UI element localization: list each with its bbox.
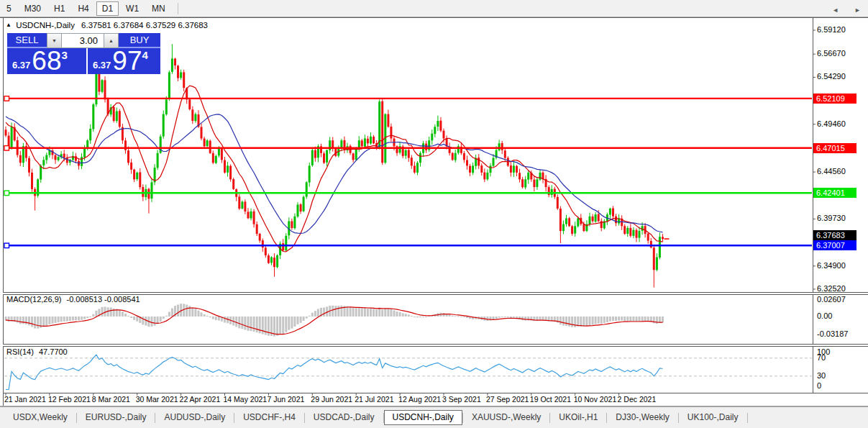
price-axis-label: 6.56670 — [817, 49, 846, 58]
chart-tab-ukoil-h1[interactable]: UKOil-,H1 — [550, 410, 606, 425]
level-line-handle-2[interactable] — [4, 191, 9, 196]
date-axis-label: 30 Mar 2021 — [136, 395, 178, 404]
rsi-label: RSI(14) 47.7700 — [6, 347, 68, 356]
date-axis-label: 12 Aug 2021 — [398, 395, 441, 404]
chart-title-ohlc: 6.37581 6.37684 6.37529 6.37683 — [81, 21, 208, 29]
candles[interactable] — [5, 44, 664, 287]
level-line-handle-3[interactable] — [4, 243, 9, 248]
chevron-up-icon: ▲ — [109, 38, 114, 43]
bid-price-big: 68 — [32, 48, 61, 74]
one-click-trade-panel: SELL ▼ ▲ BUY 6.37 68 3 6.37 97 4 — [7, 33, 160, 74]
price-axis-label: 6.39730 — [817, 214, 846, 222]
chart-tab-uk100-daily[interactable]: UK100-,Daily — [679, 410, 747, 425]
time-axis-line — [3, 393, 868, 393]
timeframe-button-d1[interactable]: D1 — [96, 1, 119, 16]
chart-tab-usdx-weekly[interactable]: USDX,Weekly — [4, 410, 76, 425]
price-axis-label: 6.34900 — [817, 261, 846, 270]
date-axis-label: 22 Apr 2021 — [180, 395, 221, 404]
timeframe-button-w1[interactable]: W1 — [120, 1, 145, 16]
level-price-tag-6.52109: 6.52109 — [813, 94, 856, 104]
macd-values: -0.008513 -0.008541 — [66, 295, 140, 304]
price-axis-label: 6.49460 — [817, 119, 846, 128]
bid-price-box[interactable]: 6.37 68 3 — [7, 48, 86, 74]
scroll-left-icon[interactable]: ◄ — [832, 6, 839, 14]
date-axis-label: 8 Mar 2021 — [92, 395, 130, 404]
timeframe-toolbar: 5M30H1H4D1W1MN — [0, 0, 868, 17]
current-price-tag: 6.37683 — [813, 230, 856, 240]
macd-name: MACD(12,26,9) — [6, 295, 61, 304]
timeframe-button-h1[interactable]: H1 — [48, 1, 70, 16]
level-line-handle-0[interactable] — [4, 96, 9, 101]
date-axis-label: 7 Jun 2021 — [267, 395, 304, 404]
tab-separator — [747, 413, 748, 423]
ma-slow-line — [6, 114, 663, 233]
symbol-marker-icon: ▲ — [6, 22, 12, 28]
chart-tab-usdchf-h4[interactable]: USDCHF-,H4 — [234, 410, 304, 425]
date-axis-label: 14 May 2021 — [224, 395, 268, 404]
lot-size-input[interactable] — [62, 33, 104, 48]
date-axis-label: 29 Jun 2021 — [311, 395, 352, 404]
tab-scroll-controls: ◄ ► — [832, 6, 861, 14]
rsi-line — [6, 355, 663, 389]
terminal-window: 5M30H1H4D1W1MN ▲ USDCNH-,Daily 6.37581 6… — [0, 0, 868, 428]
date-axis-label: 12 Feb 2021 — [48, 395, 91, 404]
price-axis-line — [813, 18, 813, 393]
rsi-axis-label: 70 — [817, 353, 826, 362]
scroll-right-icon[interactable]: ► — [854, 6, 861, 14]
level-price-tag-6.37007: 6.37007 — [813, 240, 856, 250]
chevron-down-icon: ▼ — [52, 38, 57, 43]
chart-border-top — [0, 17, 868, 18]
chart-tab-xauusd-weekly[interactable]: XAUUSD-,Weekly — [463, 410, 549, 425]
date-axis-label: 2 Dec 2021 — [618, 395, 657, 404]
date-axis-label: 21 Jul 2021 — [355, 395, 393, 404]
chart-title-symbol: USDCNH-,Daily — [16, 21, 75, 29]
date-axis-label: 21 Jan 2021 — [4, 395, 46, 404]
ask-price-box[interactable]: 6.37 97 4 — [88, 48, 160, 74]
level-price-tag-6.47015: 6.47015 — [813, 143, 856, 153]
chart-tab-audusd-daily[interactable]: AUDUSD-,Daily — [155, 410, 234, 425]
timeframe-button-h4[interactable]: H4 — [72, 1, 94, 16]
chart-border-left — [3, 17, 4, 406]
price-axis-label: 6.59120 — [817, 25, 846, 34]
macd-histogram — [5, 304, 664, 337]
price-axis-label: 6.44560 — [817, 167, 846, 176]
chart-title: ▲ USDCNH-,Daily 6.37581 6.37684 6.37529 … — [6, 21, 208, 29]
price-axis-label: 6.32520 — [817, 284, 846, 293]
chart-tab-eurusd-daily[interactable]: EURUSD-,Daily — [77, 410, 155, 425]
chart-tab-usdcnh-daily[interactable]: USDCNH-,Daily — [384, 410, 462, 425]
macd-label: MACD(12,26,9) -0.008513 -0.008541 — [6, 295, 140, 304]
timeframe-button-m30[interactable]: M30 — [19, 1, 47, 16]
bid-price-pip: 3 — [61, 49, 67, 61]
timeframe-button-mn[interactable]: MN — [146, 1, 171, 16]
ask-price-prefix: 6.37 — [93, 60, 111, 70]
macd-axis-label: 0.00 — [817, 311, 832, 320]
rsi-name: RSI(14) — [6, 347, 34, 356]
rsi-panel-splitter[interactable] — [3, 344, 868, 347]
macd-axis-label: -0.03187 — [817, 329, 848, 338]
date-axis-label: 10 Nov 2021 — [574, 395, 617, 404]
rsi-value: 47.7700 — [39, 347, 68, 356]
ask-price-pip: 4 — [142, 49, 147, 61]
level-price-tag-6.42401: 6.42401 — [813, 188, 856, 198]
timeframe-button-5[interactable]: 5 — [1, 1, 17, 16]
macd-axis-label: 0.02607 — [817, 295, 846, 304]
rsi-axis-label: 30 — [817, 371, 826, 380]
rsi-axis-label: 0 — [817, 381, 821, 390]
date-axis-label: 19 Oct 2021 — [530, 395, 571, 404]
date-axis-label: 27 Sep 2021 — [486, 395, 529, 404]
price-axis-label: 6.54290 — [817, 72, 846, 81]
ask-price-big: 97 — [112, 48, 142, 74]
bid-price-prefix: 6.37 — [12, 60, 30, 70]
chart-tab-bar: USDX,WeeklyEURUSD-,DailyAUDUSD-,DailyUSD… — [0, 406, 868, 428]
chart-tab-dj30-weekly[interactable]: DJ30-,Weekly — [607, 410, 677, 425]
chart-tab-usdcad-daily[interactable]: USDCAD-,Daily — [305, 410, 383, 425]
toolbar-separator — [178, 3, 178, 14]
date-axis-label: 3 Sep 2021 — [442, 395, 481, 404]
level-line-handle-1[interactable] — [4, 146, 9, 151]
